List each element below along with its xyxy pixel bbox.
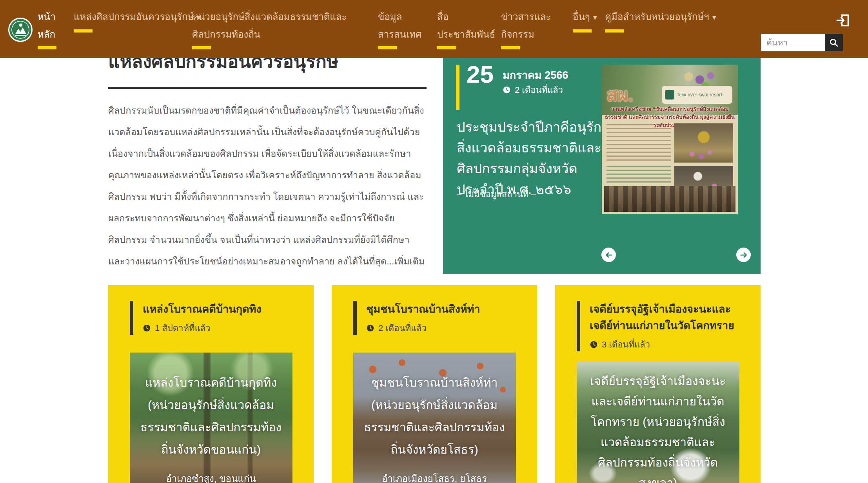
nav-item-label: คู่มือสำหรับหน่วยอนุรักษ์ฯ [605,11,709,22]
nav-item-label: หน้าหลัก [38,11,56,40]
nav-item-home[interactable]: หน้าหลัก [38,8,66,49]
card-time-ago: 2 เดือนที่แล้ว [378,321,427,335]
clock-icon [143,324,151,332]
nav-item-label: อื่นๆ [573,11,590,22]
nav-item-label: ข้อมูลสารสนเทศ [378,11,421,40]
card-header: เจดีย์บรรจุอัฐิเจ้าเมืองจะนะและเจดีย์ท่า… [577,301,745,351]
top-navbar: หน้าหลัก แหล่งศิลปกรรมอันควรอนุรักษ์ หน่… [0,0,868,58]
clock-icon [590,340,598,349]
title-divider [108,87,427,89]
featured-news-panel: 25 มกราคม 2566 2 เดือนที่แล้ว ประชุมประจ… [443,58,761,274]
login-button[interactable] [835,13,851,28]
clock-icon [366,324,374,332]
page: หน้าหลัก แหล่งศิลปกรรมอันควรอนุรักษ์ หน่… [0,0,868,483]
resort-logo-icon [665,90,674,99]
featured-time-ago-row: 2 เดือนที่แล้ว [503,83,563,97]
featured-time-ago: 2 เดือนที่แล้ว [515,83,563,97]
featured-location: – ไม่มีข้อมูลสถานที่ – [457,187,536,201]
nav-item-others[interactable]: อื่นๆ [573,8,597,33]
card-time-ago: 1 สัปดาห์ที่แล้ว [155,321,210,335]
photo-overlay-title: เจดีย์บรรจุอัฐิเจ้าเมืองจะนะและเจดีย์ท่า… [577,362,739,483]
nav-item-art-sources[interactable]: แหล่งศิลปกรรมอันควรอนุรักษ์ [74,8,201,33]
poster-photo-speaker-1 [674,123,733,163]
search-icon [829,38,839,48]
card-time-ago: 3 เดือนที่แล้ว [602,338,650,351]
nav-item-label: สื่อประชาสัมพันธ์ [437,11,495,40]
resort-name: felix river kwai resort [677,92,722,98]
card-header: แหล่งโบราณคดีบ้านกุดทิง 1 สัปดาห์ที่แล้ว [130,301,298,335]
search-bar [761,34,843,51]
nav-item-label: หน่วยอนุรักษ์สิ่งแวดล้อมธรรมชาติและศิลปก… [192,11,347,40]
card-time-row: 2 เดือนที่แล้ว [366,321,522,335]
site-card-wat-khok-sai: เจดีย์บรรจุอัฐิเจ้าเมืองจะนะและเจดีย์ท่า… [555,285,761,483]
chevron-down-icon [712,8,716,26]
card-photo[interactable]: ชุมชนโบราณบ้านสิงห์ท่า (หน่วยอนุรักษ์สิ่… [353,353,516,483]
chevron-down-icon [593,8,597,26]
featured-month-year: มกราคม 2566 [503,67,568,83]
featured-poster-image[interactable]: สผ. felix river kwai resort สานพลังเครือ… [602,65,738,214]
intro-section: แหล่งศิลปกรรมอันควรอนุรักษ์ ศิลปกรรมนับเ… [108,50,428,272]
card-time-row: 1 สัปดาห์ที่แล้ว [143,321,298,335]
card-photo[interactable]: แหล่งโบราณคดีบ้านกุดทิง (หน่วยอนุรักษ์สิ… [130,353,292,483]
sign-in-icon [835,13,850,27]
nav-item-label: ข่าวสารและกิจกรรม [501,11,551,40]
card-title[interactable]: เจดีย์บรรจุอัฐิเจ้าเมืองจะนะและเจดีย์ท่า… [590,301,745,334]
card-time-row: 3 เดือนที่แล้ว [590,338,745,351]
photo-overlay-district: อำเภอซำสูง, ขอนแก่น [130,471,292,483]
arrow-right-icon [739,251,748,259]
site-card-ban-sing-tha: ชุมชนโบราณบ้านสิงห์ท่า 2 เดือนที่แล้ว ชุ… [332,285,537,483]
card-photo[interactable]: เจดีย์บรรจุอัฐิเจ้าเมืองจะนะและเจดีย์ท่า… [577,362,739,483]
photo-overlay-district: อำเภอเมืองยโสธร, ยโสธร [353,471,516,483]
read-more-link[interactable]: เพิ่มเติม [394,256,425,266]
intro-text: ศิลปกรรมนับเป็นมรดกของชาติที่มีคุณค่าจำเ… [108,105,424,266]
search-input[interactable] [761,34,825,51]
nav-item-news-activities[interactable]: ข่าวสารและกิจกรรม [501,8,561,49]
nav-item-conservation-units[interactable]: หน่วยอนุรักษ์สิ่งแวดล้อมธรรมชาติและศิลปก… [192,8,373,49]
intro-paragraph: ศิลปกรรมนับเป็นมรดกของชาติที่มีคุณค่าจำเ… [108,100,428,272]
date-accent-bar [456,65,459,110]
photo-overlay-title: ชุมชนโบราณบ้านสิงห์ท่า (หน่วยอนุรักษ์สิ่… [353,353,516,461]
card-title[interactable]: ชุมชนโบราณบ้านสิงห์ท่า [366,301,522,317]
nav-item-label: แหล่งศิลปกรรมอันควรอนุรักษ์ [74,11,194,22]
featured-day: 25 [467,60,494,88]
poster-org-label: สผ. [607,80,633,109]
arrow-left-icon [605,251,613,259]
nav-item-manuals[interactable]: คู่มือสำหรับหน่วยอนุรักษ์ฯ [605,8,716,33]
card-title[interactable]: แหล่งโบราณคดีบ้านกุดทิง [143,301,298,317]
nav-item-media[interactable]: สื่อประชาสัมพันธ์ [437,8,493,49]
card-header: ชุมชนโบราณบ้านสิงห์ท่า 2 เดือนที่แล้ว [353,301,522,335]
search-button[interactable] [825,34,843,51]
nav-item-information[interactable]: ข้อมูลสารสนเทศ [378,8,430,49]
poster-quote-block [607,166,671,183]
site-card-ban-kut-thing: แหล่งโบราณคดีบ้านกุดทิง 1 สัปดาห์ที่แล้ว… [108,285,314,483]
poster-body-text-block [607,124,671,163]
clock-icon [503,86,511,94]
photo-overlay-title: แหล่งโบราณคดีบ้านกุดทิง (หน่วยอนุรักษ์สิ… [130,353,292,461]
poster-group-photo [604,186,735,212]
carousel-next-button[interactable] [736,248,751,262]
poster-resort-chip: felix river kwai resort [662,86,732,104]
carousel-prev-button[interactable] [601,248,616,262]
site-logo[interactable] [8,17,33,42]
